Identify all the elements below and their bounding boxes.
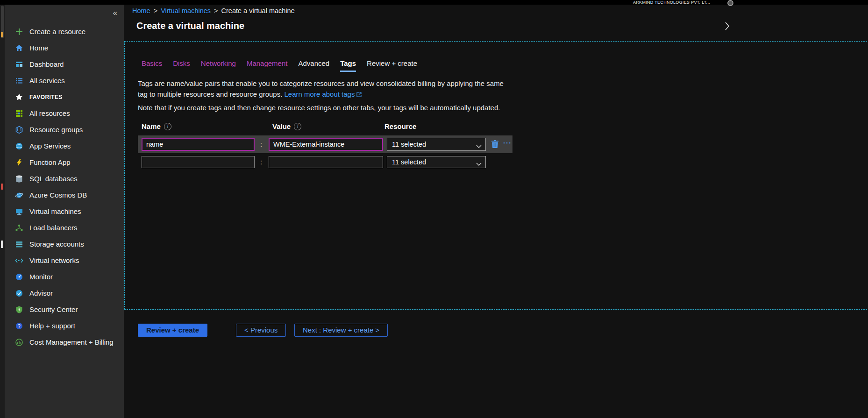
resource-dropdown[interactable]: 11 selected [387, 156, 486, 168]
help-icon: ? [15, 322, 23, 330]
sidebar-item-storage-accounts[interactable]: Storage accounts [5, 236, 124, 252]
svg-text:?: ? [18, 323, 21, 328]
tag-row: : 11 selected [138, 155, 512, 170]
sidebar-item-label: Resource groups [29, 126, 83, 134]
external-link-icon [356, 89, 362, 100]
resource-dropdown-value: 11 selected [392, 141, 426, 148]
sidebar-section-label: FAVORITES [29, 94, 63, 100]
planet-icon [15, 191, 23, 199]
tags-note: Note that if you create tags and then ch… [138, 104, 500, 112]
tab-basics[interactable]: Basics [142, 59, 162, 72]
sidebar-item-security-center[interactable]: Security Center [5, 301, 124, 318]
next-button[interactable]: Next : Review + create > [294, 324, 388, 337]
breadcrumb-separator: > [154, 7, 157, 14]
info-icon[interactable] [294, 123, 301, 130]
plus-icon [15, 28, 23, 36]
tags-description: Tags are name/value pairs that enable yo… [138, 78, 514, 100]
sidebar-item-label: SQL databases [29, 175, 78, 183]
balancer-icon [15, 224, 23, 232]
sidebar-item-advisor[interactable]: Advisor [5, 285, 124, 301]
star-icon [15, 93, 23, 101]
home-icon [15, 44, 23, 52]
column-header-value: Value [272, 122, 301, 130]
sidebar-item-azure-cosmos-db[interactable]: Azure Cosmos DB [5, 187, 124, 203]
chevron-down-icon [476, 160, 482, 168]
tag-name-input[interactable] [142, 138, 255, 151]
sidebar-item-help-support[interactable]: ? Help + support [5, 318, 124, 334]
sidebar-item-home[interactable]: Home [5, 40, 124, 56]
tab-advanced[interactable]: Advanced [298, 59, 329, 72]
database-icon [15, 175, 23, 183]
breadcrumb: Home > Virtual machines > Create a virtu… [132, 7, 295, 14]
sidebar-item-resource-groups[interactable]: Resource groups [5, 121, 124, 138]
globe-icon [15, 142, 23, 150]
tag-value-input[interactable] [269, 156, 383, 168]
sidebar-item-load-balancers[interactable]: Load balancers [5, 220, 124, 236]
sidebar-item-app-services[interactable]: App Services [5, 138, 124, 154]
sidebar-item-all-services[interactable]: All services [5, 72, 124, 89]
sidebar-item-create-a-resource[interactable]: Create a resource [5, 23, 124, 40]
sidebar-item-virtual-networks[interactable]: Virtual networks [5, 252, 124, 269]
sidebar-nav: Create a resource Home Dashboard All ser… [5, 23, 124, 350]
tab-tags[interactable]: Tags [340, 59, 356, 72]
lightning-icon [15, 158, 23, 167]
sidebar-item-label: All services [29, 77, 65, 85]
storage-stack-icon [15, 240, 23, 248]
more-actions-icon[interactable]: ⋯ [503, 137, 512, 148]
shield-icon [15, 305, 23, 314]
learn-more-link[interactable]: Learn more about tags [285, 90, 362, 98]
sidebar-item-cost-management-billing[interactable]: Cost Management + Billing [5, 334, 124, 350]
vm-monitor-icon [15, 207, 23, 216]
review-create-button[interactable]: Review + create [138, 324, 207, 337]
sidebar-item-virtual-machines[interactable]: Virtual machines [5, 203, 124, 220]
name-value-separator: : [257, 140, 265, 148]
azure-portal-window: ARKMIND TECHNOLOGIES PVT. LT... « Create… [0, 0, 868, 418]
edge-marker [1, 32, 3, 37]
sidebar-item-label: Function App [29, 158, 71, 166]
previous-button[interactable]: < Previous [236, 324, 286, 337]
sidebar-item-label: Help + support [29, 322, 75, 330]
tab-disks[interactable]: Disks [173, 59, 190, 72]
info-icon[interactable] [164, 123, 171, 130]
sidebar-item-label: Dashboard [29, 60, 64, 68]
sidebar-item-monitor[interactable]: Monitor [5, 269, 124, 285]
sidebar: « Create a resource Home Dashboard All s… [5, 5, 124, 418]
breadcrumb-current-page: Create a virtual machine [221, 7, 295, 14]
sidebar-item-label: App Services [29, 142, 71, 150]
column-header-value-label: Value [272, 122, 291, 130]
left-edge-strip [0, 5, 5, 418]
dashboard-icon [15, 60, 23, 69]
sidebar-item-label: Advisor [29, 289, 53, 297]
tag-name-input[interactable] [142, 156, 255, 168]
sidebar-item-sql-databases[interactable]: SQL databases [5, 170, 124, 187]
tag-value-input[interactable] [269, 138, 383, 151]
column-header-name: Name [142, 122, 171, 130]
column-header-resource-label: Resource [384, 122, 416, 130]
breadcrumb-virtual-machines-link[interactable]: Virtual machines [161, 7, 211, 14]
avatar[interactable] [727, 0, 733, 6]
hexagon-icon [15, 126, 23, 134]
sidebar-section-favorites: FAVORITES [5, 89, 124, 105]
list-icon [15, 77, 23, 85]
tab-networking[interactable]: Networking [201, 59, 236, 72]
page-title: Create a virtual machine [136, 21, 244, 31]
sidebar-item-function-app[interactable]: Function App [5, 154, 124, 170]
resource-dropdown-value: 11 selected [392, 158, 426, 166]
edge-marker [1, 184, 3, 190]
sidebar-collapse-button[interactable]: « [113, 9, 117, 17]
resource-dropdown[interactable]: 11 selected [387, 138, 486, 151]
wizard-tabs: Basics Disks Networking Management Advan… [142, 59, 417, 72]
sidebar-item-all-resources[interactable]: All resources [5, 105, 124, 121]
tenant-name: ARKMIND TECHNOLOGIES PVT. LT... [633, 0, 710, 5]
tab-review-create[interactable]: Review + create [367, 59, 417, 72]
column-header-resource: Resource [384, 122, 416, 130]
network-icon [15, 256, 23, 265]
sidebar-item-label: All resources [29, 109, 70, 117]
tab-management[interactable]: Management [247, 59, 288, 72]
sidebar-item-label: Virtual machines [29, 207, 81, 215]
sidebar-item-label: Azure Cosmos DB [29, 191, 87, 199]
breadcrumb-home-link[interactable]: Home [132, 7, 150, 14]
delete-tag-icon[interactable] [491, 140, 498, 150]
sidebar-item-dashboard[interactable]: Dashboard [5, 56, 124, 72]
chevron-right-icon[interactable] [724, 21, 730, 33]
